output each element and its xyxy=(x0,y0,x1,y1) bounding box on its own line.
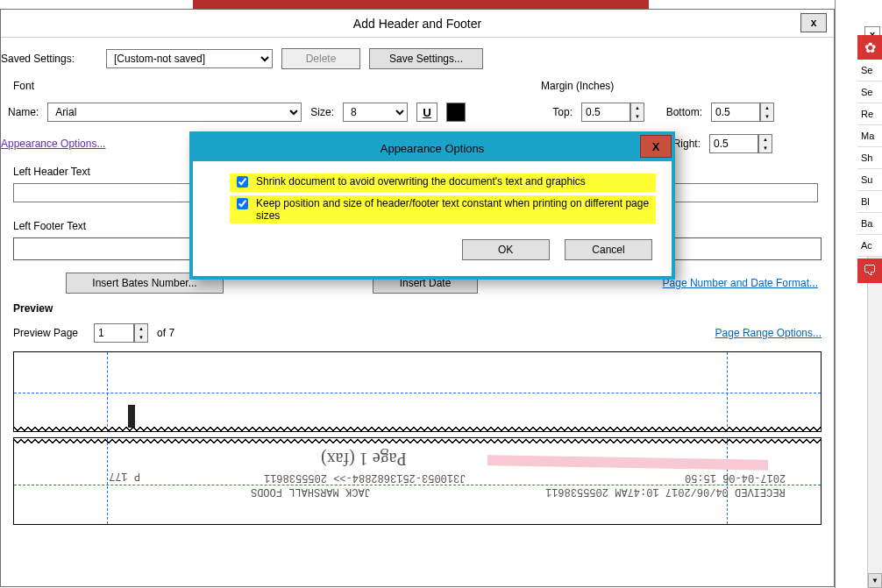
keep-position-label: Keep position and size of header/footer … xyxy=(256,197,652,222)
preview-sample-num: J310053-2513682884->> 2055538611 xyxy=(264,471,466,484)
saved-settings-label: Saved Settings: xyxy=(1,53,97,65)
margin-top-label: Top: xyxy=(529,106,573,118)
shrink-document-checkbox[interactable] xyxy=(237,176,248,188)
appearance-options-link[interactable]: Appearance Options... xyxy=(1,138,105,150)
scroll-down-icon[interactable]: ▼ xyxy=(868,573,882,588)
preview-sample-jack: JACK MARSHALL FOODS xyxy=(251,485,371,498)
preview-page-label: Preview Page xyxy=(13,327,78,339)
preview-sample-p: P 177 xyxy=(109,470,140,482)
spin-up-icon[interactable]: ▲ xyxy=(135,324,147,333)
appearance-options-dialog: Appearance Options X Shrink document to … xyxy=(189,131,675,280)
tools-panel: ✿ Se Se Re Ma Sh Su Bl Ba Ac 🗨 xyxy=(857,35,882,283)
margin-bottom-label: Bottom: xyxy=(653,106,702,118)
close-icon: X xyxy=(652,140,660,153)
preview-page-spinner[interactable]: ▲▼ xyxy=(94,323,148,343)
font-size-select[interactable]: 8 xyxy=(343,103,408,122)
saved-settings-row: Saved Settings: [Custom-not saved] Delet… xyxy=(1,38,834,80)
underline-button[interactable]: U xyxy=(416,103,437,122)
header-footer-dialog: Add Header and Footer x Saved Settings: … xyxy=(0,9,835,587)
preview-page-total: of 7 xyxy=(157,327,174,339)
margin-right-input[interactable] xyxy=(709,134,758,153)
margin-top-input[interactable] xyxy=(581,103,630,122)
page-date-format-link[interactable]: Page Number and Date Format... xyxy=(663,277,818,289)
delete-button[interactable]: Delete xyxy=(281,48,360,69)
app-accent-bar xyxy=(193,0,649,9)
dialog-body: Saved Settings: [Custom-not saved] Delet… xyxy=(1,38,834,586)
margin-bottom-spinner[interactable]: ▲▼ xyxy=(711,103,774,122)
preview-page-input[interactable] xyxy=(94,323,134,343)
appearance-titlebar: Appearance Options X xyxy=(193,135,672,161)
preview-sample-page: Page 1 (fax) xyxy=(321,449,407,469)
spin-up-icon[interactable]: ▲ xyxy=(631,103,644,112)
spin-up-icon[interactable]: ▲ xyxy=(759,135,772,144)
preview-header: Preview xyxy=(13,302,822,315)
preview-mark xyxy=(128,405,135,428)
preview-footer-canvas: Page 1 (fax) P 177 J310053-2513682884->>… xyxy=(13,437,822,525)
preview-pink-strip xyxy=(487,455,768,471)
font-name-select[interactable]: Arial xyxy=(47,103,302,122)
font-name-label: Name: xyxy=(8,106,39,118)
preview-sample-right2: RECEIVED 04/06/2017 10:47AM 2055538611 xyxy=(545,485,786,498)
tool-item[interactable]: Ma xyxy=(857,125,882,147)
shrink-document-label: Shrink document to avoid overwriting the… xyxy=(256,175,586,188)
spin-down-icon[interactable]: ▼ xyxy=(761,112,773,121)
tool-item[interactable]: Re xyxy=(857,103,882,125)
font-color-swatch[interactable] xyxy=(446,103,466,122)
keep-position-row: Keep position and size of header/footer … xyxy=(230,195,656,223)
tools-gear-icon[interactable]: ✿ xyxy=(857,35,882,60)
dialog-title: Add Header and Footer xyxy=(353,17,481,31)
tool-item[interactable]: Ac xyxy=(857,235,882,257)
tool-item[interactable]: Bl xyxy=(857,191,882,213)
close-icon: x xyxy=(811,17,817,29)
save-settings-button[interactable]: Save Settings... xyxy=(369,48,483,69)
spin-down-icon[interactable]: ▼ xyxy=(135,333,147,342)
appearance-close-button[interactable]: X xyxy=(640,135,672,158)
preview-header-canvas xyxy=(13,351,822,432)
margin-header: Margin (Inches) xyxy=(541,80,614,92)
tools-comment-icon[interactable]: 🗨 xyxy=(857,259,882,283)
spin-down-icon[interactable]: ▼ xyxy=(631,112,644,121)
tool-item[interactable]: Se xyxy=(857,60,882,81)
font-header: Font xyxy=(13,80,541,92)
margin-bottom-input[interactable] xyxy=(711,103,760,122)
margin-top-spinner[interactable]: ▲▼ xyxy=(581,103,644,122)
margin-right-spinner[interactable]: ▲▼ xyxy=(709,134,772,153)
dialog-titlebar: Add Header and Footer x xyxy=(1,10,834,38)
appearance-title: Appearance Options xyxy=(381,142,485,155)
page-range-link[interactable]: Page Range Options... xyxy=(715,327,822,339)
appearance-cancel-button[interactable]: Cancel xyxy=(565,239,652,260)
tool-item[interactable]: Se xyxy=(857,81,882,103)
preview-sample-right1: 2017-04-06 15:50 xyxy=(685,471,786,484)
saved-settings-select[interactable]: [Custom-not saved] xyxy=(106,49,273,68)
font-size-label: Size: xyxy=(310,106,334,118)
shrink-document-row: Shrink document to avoid overwriting the… xyxy=(230,174,656,192)
keep-position-checkbox[interactable] xyxy=(237,198,248,209)
speech-bubble-icon: 🗨 xyxy=(863,263,877,279)
tool-item[interactable]: Ba xyxy=(857,213,882,235)
gear-icon: ✿ xyxy=(864,39,876,56)
spin-down-icon[interactable]: ▼ xyxy=(759,144,772,152)
tool-item[interactable]: Su xyxy=(857,169,882,191)
preview-section: Preview Preview Page ▲▼ of 7 Page Range … xyxy=(1,294,834,525)
spin-up-icon[interactable]: ▲ xyxy=(761,103,773,112)
appearance-ok-button[interactable]: OK xyxy=(462,239,550,260)
dialog-close-button[interactable]: x xyxy=(800,13,827,32)
appearance-button-row: OK Cancel xyxy=(209,227,656,264)
appearance-body: Shrink document to avoid overwriting the… xyxy=(193,161,672,276)
tool-item[interactable]: Sh xyxy=(857,147,882,169)
